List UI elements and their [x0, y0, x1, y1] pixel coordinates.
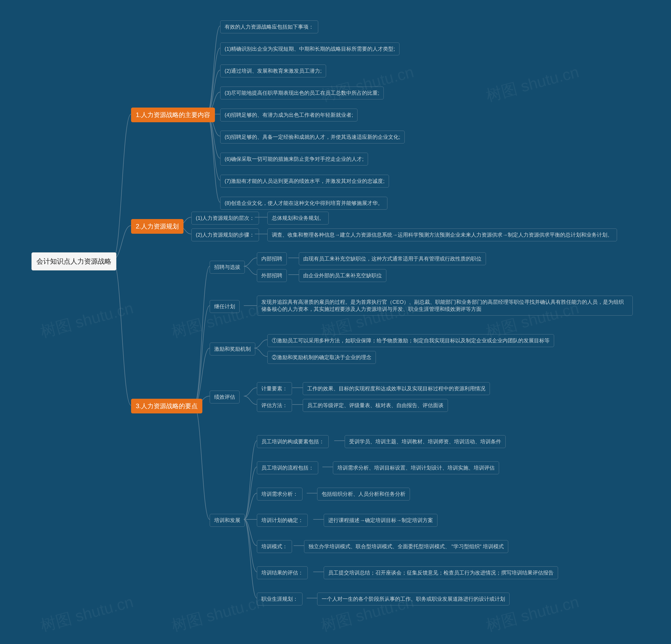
b3-train-0-child: 受训学员、培训主题、培训教材、培训师资、培训活动、培训条件 — [345, 435, 506, 448]
b3-train-6-child: 一个人对一生的各个阶段所从事的工作、职务或职业发展道路进行的设计或计划 — [317, 593, 509, 605]
b3-recruit-external: 外部招聘 — [257, 269, 287, 282]
b1-item-8: (8)创造企业文化，使人才能在这种文化中得到培育并能够施展才华。 — [220, 197, 388, 210]
b3-train-5-label: 培训结果的评估： — [257, 566, 308, 579]
b3-succession-child: 发现并追踪具有高潜质的雇员的过程。是为首席执行官（CEO）、副总裁、职能部门和业… — [257, 296, 633, 315]
b1-item-7: (7)激励有才能的人员达到更高的绩效水平，并激发其对企业的忠诚度; — [220, 175, 389, 188]
b1-item-6: (6)确保采取一切可能的措施来防止竞争对手挖走企业的人才; — [220, 153, 368, 165]
watermark: 树图 shutu.cn — [38, 591, 136, 636]
b3-incentive-1: ②激励和奖励机制的确定取决于企业的理念 — [267, 351, 376, 364]
b1-item-1: (1)精确识别出企业为实现短期、中期和长期的战略目标所需要的人才类型; — [220, 42, 400, 55]
branch-3[interactable]: 3.人力资源战略的要点 — [131, 399, 202, 413]
b3-perf-factor-child: 工作的效果、目标的实现程度和达成效率以及实现目标过程中的资源利用情况 — [303, 382, 490, 395]
b3-train-2-child: 包括组织分析、人员分析和任务分析 — [317, 488, 410, 500]
branch-2[interactable]: 2.人力资源规划 — [131, 219, 183, 234]
b3-train: 培训和发展 — [210, 514, 245, 527]
b3-perf-method: 评估方法： — [257, 399, 292, 412]
b3-train-0-label: 员工培训的构成要素包括： — [257, 435, 329, 448]
b3-recruit-external-child: 由企业外部的员工来补充空缺职位 — [299, 269, 387, 282]
watermark: 树图 shutu.cn — [319, 61, 416, 107]
b3-train-1-child: 培训需求分析、培训目标设置、培训计划设计、培训实施、培训评估 — [333, 461, 499, 474]
watermark: 树图 shutu.cn — [484, 61, 581, 107]
b3-incentive: 激励和奖励机制 — [210, 343, 255, 356]
b3-train-6-label: 职业生涯规划： — [257, 593, 303, 605]
b3-succession: 继任计划 — [210, 300, 240, 313]
b2-level-child: 总体规划和业务规划。 — [267, 212, 329, 225]
b3-train-2-label: 培训需求分析： — [257, 488, 303, 500]
b3-incentive-0: ①激励员工可以采用多种方法，如职业保障；给予物质激励；制定自我实现目标以及制定企… — [267, 334, 554, 347]
watermark: 树图 shutu.cn — [169, 591, 267, 636]
b3-train-4-label: 培训模式： — [257, 540, 292, 553]
b3-train-1-label: 员工培训的流程包括： — [257, 461, 318, 474]
b3-train-3-label: 培训计划的确定： — [257, 514, 308, 527]
b3-perf-factor: 计量要素： — [257, 382, 292, 395]
b3-recruit-internal: 内部招聘 — [257, 252, 287, 265]
b2-step-label: (2)人力资源规划的步骤： — [191, 228, 259, 242]
b3-train-4-child: 独立办学培训模式、联合型培训模式、全面委托型培训模式、 "学习型组织" 培训模式 — [304, 540, 508, 553]
b3-recruit: 招聘与选拔 — [210, 261, 245, 274]
root-node[interactable]: 会计知识点人力资源战略 — [31, 252, 116, 271]
branch-1[interactable]: 1.人力资源战略的主要内容 — [131, 108, 215, 122]
b3-perf: 绩效评估 — [210, 391, 240, 404]
b1-item-0: 有效的人力资源战略应包括如下事项： — [220, 21, 318, 33]
b3-recruit-internal-child: 由现有员工来补充空缺职位，这种方式通常适用于具有管理或行政性质的职位 — [299, 252, 486, 265]
b3-train-5-child: 员工提交培训总结；召开座谈会；征集反馈意见；检查员工行为改进情况；撰写培训结果评… — [324, 566, 558, 579]
b2-step-child: 调查、收集和整理各种信息→建立人力资源信息系统→运用科学预测方法预测企业未来人力… — [267, 228, 617, 242]
b3-train-3-child: 进行课程描述→确定培训目标→制定培训方案 — [324, 514, 438, 527]
b1-item-5: (5)招聘足够的、具备一定经验和成就的人才，并使其迅速适应新的企业文化; — [220, 131, 405, 144]
b1-item-2: (2)通过培训、发展和教育来激发员工潜力; — [220, 64, 326, 77]
b1-item-4: (4)招聘足够的、有潜力成为出色工作者的年轻新就业者; — [220, 109, 357, 122]
b3-perf-method-child: 员工的等级评定、评级量表、核对表、自由报告、评估面谈 — [303, 399, 448, 412]
b1-item-3: (3)尽可能地提高任职早期表现出色的员工在员工总数中所占的比重; — [220, 87, 384, 99]
watermark: 树图 shutu.cn — [38, 297, 136, 343]
b2-level-label: (1)人力资源规划的层次： — [191, 212, 259, 225]
